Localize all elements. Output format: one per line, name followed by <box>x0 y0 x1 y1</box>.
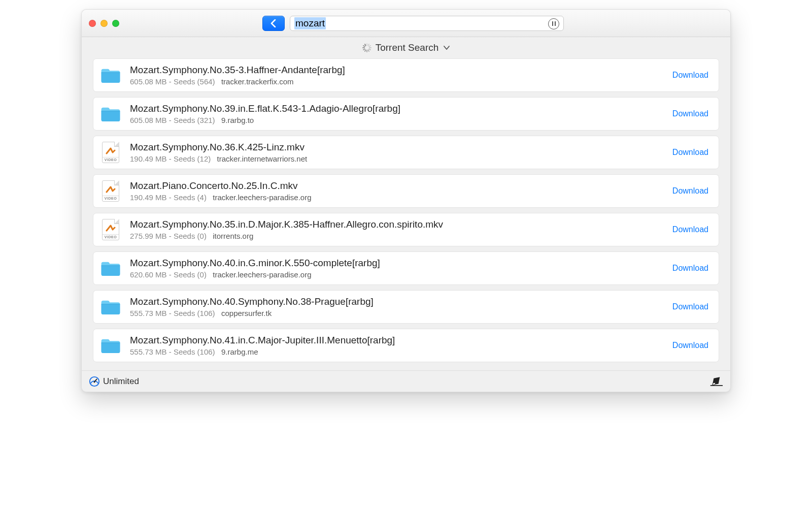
result-row[interactable]: Mozart.Symphony.No.40.in.G.minor.K.550-c… <box>93 251 719 285</box>
result-row[interactable]: Mozart.Symphony.No.41.in.C.Major-Jupiter… <box>93 329 719 362</box>
result-row[interactable]: Mozart.Symphony.No.35-3.Haffner-Andante[… <box>93 58 719 92</box>
result-row[interactable]: Mozart.Symphony.No.39.in.E.flat.K.543-1.… <box>93 97 719 131</box>
chevron-left-icon <box>270 19 277 27</box>
result-title: Mozart.Symphony.No.35.in.D.Major.K.385-H… <box>130 219 664 230</box>
result-title: Mozart.Symphony.No.40.Symphony.No.38-Pra… <box>130 296 664 307</box>
result-title: Mozart.Symphony.No.40.in.G.minor.K.550-c… <box>130 258 664 269</box>
status-bar: Unlimited <box>82 370 730 392</box>
speed-gauge-icon <box>89 376 100 387</box>
result-title: Mozart.Symphony.No.39.in.E.flat.K.543-1.… <box>130 103 664 114</box>
result-title: Mozart.Symphony.No.35-3.Haffner-Andante[… <box>130 65 664 76</box>
pause-search-button[interactable] <box>548 18 559 29</box>
folder-icon <box>100 298 121 316</box>
result-subline: 190.49 MB - Seeds (4) tracker.leechers-p… <box>130 193 664 202</box>
download-button[interactable]: Download <box>672 109 708 118</box>
close-window-button[interactable] <box>89 20 96 27</box>
result-title: Mozart.Piano.Concerto.No.25.In.C.mkv <box>130 180 664 192</box>
result-subline: 605.08 MB - Seeds (321) 9.rarbg.to <box>130 116 664 124</box>
back-button[interactable] <box>262 16 285 31</box>
download-button[interactable]: Download <box>672 225 708 234</box>
download-button[interactable]: Download <box>672 264 708 273</box>
download-button[interactable]: Download <box>672 186 708 196</box>
result-row[interactable]: VIDEO Mozart.Symphony.No.35.in.D.Major.K… <box>93 213 719 246</box>
result-subline: 190.49 MB - Seeds (12) tracker.internetw… <box>130 154 664 163</box>
folder-icon <box>100 66 121 84</box>
folder-icon <box>100 336 121 355</box>
result-subline: 605.08 MB - Seeds (564) tracker.trackerf… <box>130 77 664 86</box>
loading-spinner-icon <box>362 43 371 52</box>
results-list: Mozart.Symphony.No.35-3.Haffner-Andante[… <box>82 58 730 370</box>
download-button[interactable]: Download <box>672 71 708 80</box>
download-button[interactable]: Download <box>672 341 708 350</box>
download-button[interactable]: Download <box>672 148 708 157</box>
result-subline: 275.99 MB - Seeds (0) itorrents.org <box>130 232 664 240</box>
search-input[interactable]: mozart <box>290 16 564 31</box>
section-header[interactable]: Torrent Search <box>82 37 730 58</box>
result-row[interactable]: VIDEO Mozart.Piano.Concerto.No.25.In.C.m… <box>93 174 719 208</box>
result-subline: 555.73 MB - Seeds (106) coppersurfer.tk <box>130 309 664 318</box>
eraser-icon[interactable] <box>709 376 723 387</box>
speed-limit-label[interactable]: Unlimited <box>103 376 139 387</box>
section-title: Torrent Search <box>376 42 439 53</box>
result-title: Mozart.Symphony.No.36.K.425-Linz.mkv <box>130 142 664 153</box>
folder-icon <box>100 259 121 277</box>
app-window: mozart Torrent Search Mozart.Symphony.No… <box>81 9 731 392</box>
video-file-icon: VIDEO <box>102 142 119 163</box>
video-file-icon: VIDEO <box>102 219 119 240</box>
result-subline: 555.73 MB - Seeds (106) 9.rarbg.me <box>130 347 664 356</box>
video-file-icon: VIDEO <box>102 180 119 202</box>
result-title: Mozart.Symphony.No.41.in.C.Major-Jupiter… <box>130 335 664 346</box>
result-subline: 620.60 MB - Seeds (0) tracker.leechers-p… <box>130 270 664 279</box>
download-button[interactable]: Download <box>672 302 708 311</box>
result-row[interactable]: Mozart.Symphony.No.40.Symphony.No.38-Pra… <box>93 290 719 324</box>
search-input-value: mozart <box>294 17 326 29</box>
svg-point-2 <box>94 381 95 383</box>
window-controls <box>89 20 119 27</box>
titlebar: mozart <box>82 10 730 37</box>
minimize-window-button[interactable] <box>100 20 108 27</box>
result-row[interactable]: VIDEO Mozart.Symphony.No.36.K.425-Linz.m… <box>93 136 719 169</box>
chevron-down-icon <box>444 45 450 50</box>
folder-icon <box>100 105 121 123</box>
zoom-window-button[interactable] <box>112 20 119 27</box>
